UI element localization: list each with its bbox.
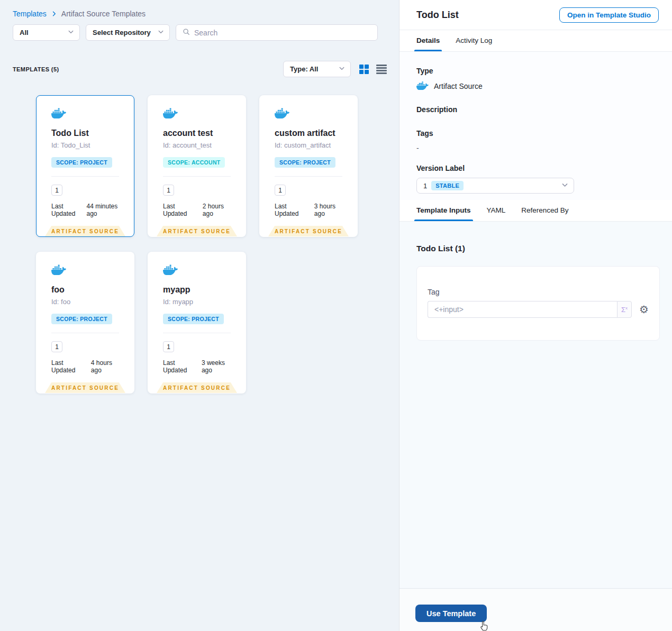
last-updated-label: Last Updated: [163, 359, 198, 374]
artifact-source-ribbon: ARTIFACT SOURCE: [157, 382, 237, 393]
chevron-down-icon: [68, 29, 74, 36]
search-icon: [183, 28, 190, 38]
last-updated-value: 3 weeks ago: [202, 359, 235, 374]
docker-whale-icon: [51, 107, 123, 121]
template-card-id: Id: foo: [51, 298, 123, 306]
version-value: 1: [423, 182, 427, 190]
docker-whale-icon: [163, 264, 235, 277]
last-updated-row: Last Updated 4 hours ago: [51, 359, 123, 374]
template-details-panel: Todo List Open in Template Studio Detail…: [399, 0, 672, 631]
template-card-title: foo: [51, 285, 123, 295]
version-count-badge: 1: [275, 185, 286, 196]
last-updated-value: 44 minutes ago: [86, 203, 123, 217]
list-header: TEMPLATES (5) Type: All: [0, 61, 399, 77]
panel-footer: Use Template: [399, 588, 672, 631]
tab-template-inputs[interactable]: Template Inputs: [416, 200, 471, 221]
template-card[interactable]: account test Id: account_test SCOPE: ACC…: [148, 95, 246, 237]
version-count-badge: 1: [51, 185, 62, 196]
tag-label: Tag: [428, 288, 649, 296]
repository-filter-value: Select Repository: [93, 29, 151, 36]
template-card[interactable]: myapp Id: myapp SCOPE: PROJECT 1 Last Up…: [148, 252, 246, 394]
artifact-source-ribbon: ARTIFACT SOURCE: [45, 226, 125, 236]
version-label: Version Label: [416, 164, 655, 172]
search-field[interactable]: [176, 24, 378, 41]
type-filter-dropdown[interactable]: Type: All: [283, 61, 351, 77]
filter-row: All Select Repository: [0, 18, 399, 41]
type-filter-value: Type: All: [290, 65, 318, 73]
scope-filter-dropdown[interactable]: All: [13, 24, 80, 41]
docker-whale-icon: [51, 264, 123, 277]
artifact-source-templates-page: Templates Artifact Source Templates All …: [0, 0, 672, 631]
description-label: Description: [416, 105, 655, 114]
last-updated-row: Last Updated 3 weeks ago: [163, 359, 235, 374]
last-updated-row: Last Updated 2 hours ago: [163, 203, 235, 217]
repository-filter-dropdown[interactable]: Select Repository: [86, 24, 170, 41]
chevron-down-icon: [158, 29, 164, 36]
templates-list-panel: Templates Artifact Source Templates All …: [0, 0, 399, 631]
scope-badge: SCOPE: PROJECT: [275, 157, 335, 168]
tab-referenced-by[interactable]: Referenced By: [521, 200, 568, 221]
last-updated-label: Last Updated: [163, 203, 199, 217]
artifact-source-ribbon: ARTIFACT SOURCE: [45, 382, 125, 393]
hand-cursor-icon: [479, 620, 489, 631]
chevron-right-icon: [51, 11, 57, 17]
last-updated-value: 3 hours ago: [314, 203, 347, 217]
artifact-source-ribbon: ARTIFACT SOURCE: [268, 226, 349, 236]
type-value: Artifact Source: [434, 82, 483, 90]
chevron-down-icon: [561, 181, 568, 190]
card-divider: [163, 176, 231, 177]
templates-count-label: TEMPLATES (5): [13, 66, 59, 72]
tag-input[interactable]: [428, 301, 617, 318]
type-label: Type: [416, 67, 655, 75]
template-card-id: Id: account_test: [163, 141, 235, 149]
details-tab-bar: Details Activity Log: [399, 30, 672, 52]
tab-activity-log[interactable]: Activity Log: [456, 30, 492, 51]
last-updated-row: Last Updated 3 hours ago: [275, 203, 347, 217]
last-updated-row: Last Updated 44 minutes ago: [51, 203, 123, 217]
template-card[interactable]: foo Id: foo SCOPE: PROJECT 1 Last Update…: [36, 252, 134, 394]
sigma-x-icon[interactable]: Σx: [617, 301, 632, 318]
templates-grid: Todo List Id: Todo_List SCOPE: PROJECT 1…: [36, 95, 364, 394]
breadcrumb-current: Artifact Source Templates: [61, 10, 146, 18]
last-updated-label: Last Updated: [51, 203, 83, 217]
docker-whale-icon: [163, 107, 235, 121]
scope-badge: SCOPE: PROJECT: [51, 157, 112, 168]
version-dropdown[interactable]: 1 STABLE: [416, 178, 574, 194]
chevron-down-icon: [339, 65, 345, 73]
card-divider: [51, 333, 119, 333]
breadcrumb-templates-link[interactable]: Templates: [13, 10, 47, 18]
search-input[interactable]: [194, 29, 371, 37]
version-count-badge: 1: [163, 185, 174, 196]
scope-filter-value: All: [20, 29, 29, 36]
tab-yaml[interactable]: YAML: [487, 200, 506, 221]
template-card[interactable]: custom artifact Id: custom_artifact SCOP…: [259, 95, 358, 237]
template-card-title: Todo List: [51, 129, 123, 138]
scope-badge: SCOPE: PROJECT: [51, 314, 112, 324]
breadcrumb: Templates Artifact Source Templates: [0, 0, 399, 18]
list-view-icon[interactable]: [376, 65, 387, 74]
open-in-template-studio-button[interactable]: Open in Template Studio: [559, 7, 659, 23]
card-divider: [51, 176, 119, 177]
docker-whale-icon: [416, 81, 429, 92]
version-count-badge: 1: [163, 341, 174, 352]
template-card-id: Id: myapp: [163, 298, 235, 306]
gear-icon[interactable]: ⚙: [639, 304, 649, 315]
tags-value: -: [416, 144, 655, 152]
stable-badge: STABLE: [431, 181, 464, 190]
template-card-title: myapp: [163, 285, 235, 295]
template-inputs-section: Todo List (1) Tag Σx ⚙: [399, 222, 672, 588]
grid-view-icon[interactable]: [359, 65, 369, 74]
card-divider: [275, 176, 342, 177]
tab-details[interactable]: Details: [416, 30, 440, 51]
version-count-badge: 1: [51, 341, 62, 352]
use-template-button[interactable]: Use Template: [415, 605, 487, 622]
last-updated-label: Last Updated: [51, 359, 88, 374]
template-card[interactable]: Todo List Id: Todo_List SCOPE: PROJECT 1…: [36, 95, 134, 237]
template-card-title: custom artifact: [275, 129, 347, 138]
inputs-tab-bar: Template Inputs YAML Referenced By: [399, 200, 672, 222]
template-card-id: Id: custom_artifact: [275, 141, 347, 149]
last-updated-value: 4 hours ago: [91, 359, 123, 374]
template-card-id: Id: Todo_List: [51, 141, 123, 149]
last-updated-value: 2 hours ago: [203, 203, 235, 217]
template-card-title: account test: [163, 129, 235, 138]
